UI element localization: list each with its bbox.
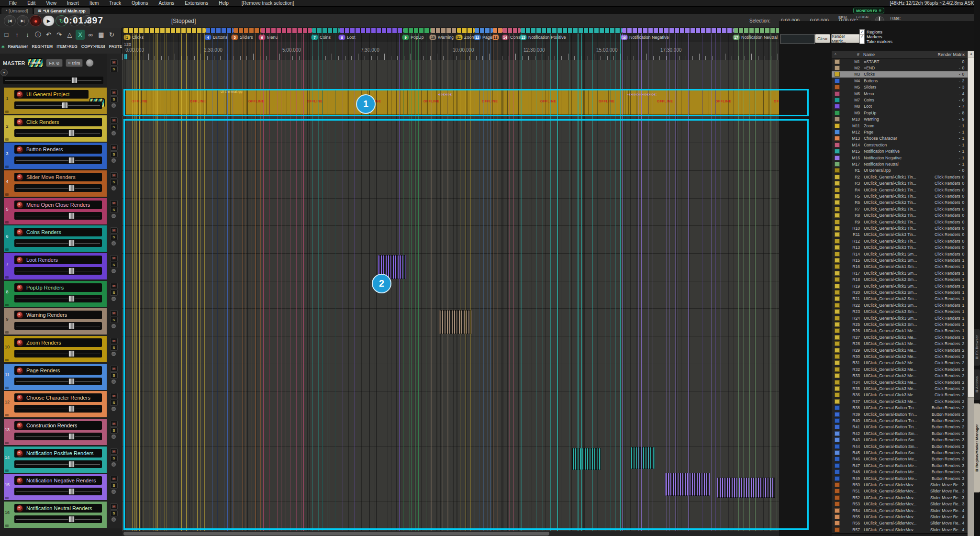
region-segment-bar[interactable] [340,28,403,33]
fader-thumb[interactable] [68,323,75,329]
track-volume-fader[interactable] [14,239,102,247]
undo-icon[interactable]: ↶ [44,30,53,40]
table-row-M11[interactable]: M11Zoom-1 [832,123,968,129]
folder-toggle-icon[interactable] [5,138,9,141]
track-body[interactable]: Construction Renders [11,419,107,445]
region-segment-bar[interactable] [261,28,312,33]
new-project-icon[interactable]: □ [2,30,11,40]
folder-toggle-icon[interactable] [5,359,9,361]
fader-thumb[interactable] [68,405,75,412]
table-row-M6[interactable]: M6Menu-4 [832,90,968,97]
fader-thumb[interactable] [68,295,75,302]
redo-icon[interactable]: ↷ [55,30,64,40]
menu-item[interactable]: Item [84,0,104,6]
folder-toggle-icon[interactable] [5,221,9,223]
table-row-R25[interactable]: R25UIClick_General-Click3 Sm...Click Ren… [832,321,968,328]
track-volume-fader[interactable] [14,488,102,495]
tab-close-icon[interactable]: ⊠ [38,9,42,13]
table-row-R8[interactable]: R8UIClick_General-Click2 Tin...Click Ren… [832,212,968,219]
track-header-2[interactable]: 2Click Renders [0,115,107,142]
folder-toggle-icon[interactable] [5,331,9,334]
pan-knob-track14[interactable]: ⊘ [111,462,116,467]
mute-button-track9[interactable]: M [110,310,118,316]
folder-toggle-icon[interactable] [5,166,9,168]
track-header-1[interactable]: 1UI General ProjectRoute [0,88,107,114]
table-row-R24[interactable]: R24UIClick_General-Click3 Sm...Click Ren… [832,315,968,322]
solo-button-track9[interactable]: S [110,317,118,323]
solo-button-track16[interactable]: S [110,510,118,516]
track-header-3[interactable]: 3Button Renders [0,143,107,169]
toolbar-button-reg-item[interactable]: REG>ITEM [31,43,54,50]
record-arm-button[interactable] [16,339,23,346]
table-row-R36[interactable]: R36UIClick_General-Click3 Me...Click Ren… [832,392,968,399]
table-row-R48[interactable]: R48UIClick_General-Button Me...Button Re… [832,469,968,476]
table-row-R46[interactable]: R46UIClick_General-Button Me...Button Re… [832,456,968,463]
play-button[interactable]: ▶ [43,15,55,26]
column-header-name[interactable]: Name [861,52,933,57]
region-segment-bar[interactable] [123,28,206,33]
region-marker-4[interactable]: 4Buttons [204,34,228,40]
region-segment-bar[interactable] [206,28,234,33]
region-select-icon[interactable]: ∗ [1,44,5,49]
track-body[interactable]: Zoom Renders [11,336,107,362]
folder-toggle-icon[interactable] [5,304,9,306]
fader-thumb[interactable] [68,240,75,246]
table-row-M15[interactable]: M15Notification Positive-1 [832,148,968,155]
region-lane-bar[interactable] [122,27,824,34]
record-arm-button[interactable] [16,367,23,374]
table-row-M12[interactable]: M12Page-1 [832,129,968,135]
pan-knob-track16[interactable]: ⊘ [111,517,116,522]
table-row-R49[interactable]: R49UIClick_General-Button Me...Button Re… [832,475,968,482]
menu-options[interactable]: Options [126,0,153,6]
table-row-M1[interactable]: M1=START-0 [832,58,968,65]
table-row-R47[interactable]: R47UIClick_General-Button Me...Button Re… [832,462,968,469]
solo-button-track4[interactable]: S [110,179,118,185]
track-body[interactable]: Warning Renders [11,308,107,335]
scrollbar-thumb[interactable] [123,532,549,536]
track-header-9[interactable]: 9Warning Renders [0,308,107,335]
folder-toggle-icon[interactable] [5,111,9,113]
region-marker-9[interactable]: 9PopUp [402,34,424,40]
table-row-R26[interactable]: R26UIClick_General-Click1 Me...Click Ren… [832,328,968,335]
mute-button-track5[interactable]: M [110,200,118,206]
solo-button-track11[interactable]: S [110,372,118,379]
track-header-10[interactable]: 10Zoom Renders [0,336,107,362]
track-body[interactable]: Button Renders [11,143,107,169]
toolbar-button-copy-regi[interactable]: COPY>REGI [80,43,106,50]
mute-button-track15[interactable]: M [110,476,118,482]
table-row-R42[interactable]: R42UIClick_General-Button Sm...Button Re… [832,430,968,437]
mute-button-track14[interactable]: M [110,448,118,455]
fader-thumb[interactable] [68,157,75,164]
table-row-R30[interactable]: R30UIClick_General-Click2 Me...Click Ren… [832,353,968,360]
mute-button-track4[interactable]: M [110,172,118,179]
region-segment-bar[interactable] [475,28,493,33]
record-arm-button[interactable] [16,505,23,512]
toolbar-button-item-reg[interactable]: ITEM>REG [56,43,78,50]
transport-time-display[interactable]: 0:01.397 [64,15,103,26]
table-row-R41[interactable]: R41UIClick_General-Button Tin...Button R… [832,424,968,431]
folder-toggle-icon[interactable] [5,193,9,196]
pan-knob-track15[interactable]: ⊘ [111,490,116,494]
solo-button-track2[interactable]: S [110,124,118,130]
solo-button-track6[interactable]: S [110,234,118,240]
table-row-R6[interactable]: R6UIClick_General-Click2 Tin...Click Ren… [832,200,968,206]
region-marker-6[interactable]: 6Menu [258,34,278,40]
table-row-M17[interactable]: M17Notification Neutral-1 [832,161,968,168]
track-header-12[interactable]: 12Choose Character Renders [0,391,107,417]
filter-input[interactable] [780,34,815,44]
go-to-end-button[interactable]: ▶| [17,15,29,26]
table-row-R21[interactable]: R21UIClick_General-Click2 Sm...Click Ren… [832,296,968,302]
solo-button-track3[interactable]: S [110,151,118,157]
menu-actions[interactable]: Actions [153,0,179,6]
table-row-R10[interactable]: R10UIClick_General-Click3 Tin...Click Re… [832,225,968,232]
table-row-R19[interactable]: R19UIClick_General-Click2 Sm...Click Ren… [832,283,968,290]
checkbox-take-markers[interactable]: Take markers [859,39,892,44]
monitor-fx-button[interactable]: MONITOR FX⊙ [853,8,884,13]
pan-knob-track11[interactable]: ⊘ [111,380,116,384]
table-row-R5[interactable]: R5UIClick_General-Click1 Tin...Click Ren… [832,193,968,200]
region-marker-13[interactable]: 13 [492,34,499,40]
project-tab-unsaved[interactable]: * [Unsaved] [1,8,33,14]
track-volume-fader[interactable] [14,184,102,192]
mute-button-track7[interactable]: M [110,255,118,261]
solo-button-track10[interactable]: S [110,345,118,351]
